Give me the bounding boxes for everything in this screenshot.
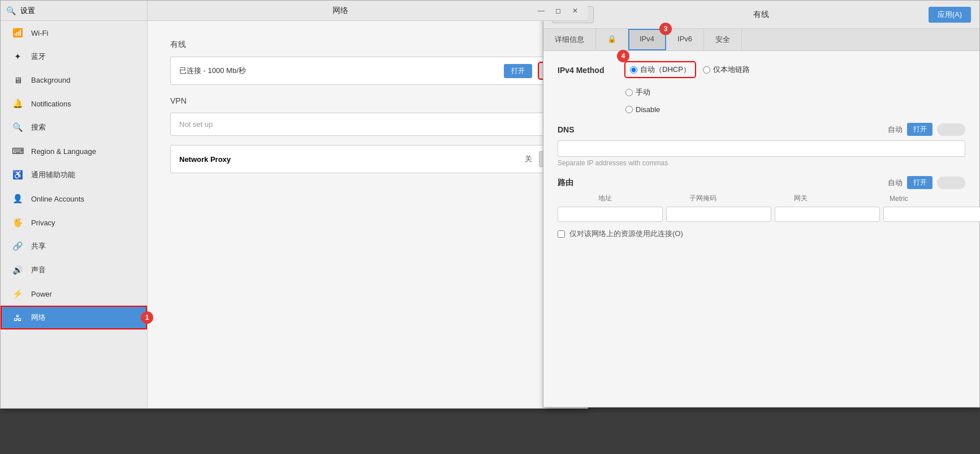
ipv4-method-row: IPv4 Method 自动（DHCP） 仅本地链路 手	[558, 62, 965, 114]
ipv4-method-label: IPv4 Method	[558, 62, 614, 75]
method-auto[interactable]: 自动（DHCP）	[625, 62, 695, 77]
local-only-row: 仅对该网络上的资源使用此连接(O)	[558, 229, 965, 239]
route-subnet-input[interactable]	[666, 207, 771, 222]
sidebar-item-label: Privacy	[31, 219, 55, 227]
tab-ipv4[interactable]: IPv4 3	[628, 29, 666, 50]
toggle-button[interactable]: 打开	[504, 64, 532, 78]
local-only-checkbox[interactable]	[558, 230, 565, 238]
network-icon: 🖧	[12, 313, 23, 323]
sidebar-item-accessibility[interactable]: ♿ 通用辅助功能	[1, 163, 147, 187]
sidebar-item-label: 搜索	[31, 122, 46, 132]
sidebar-item-online-accounts[interactable]: 👤 Online Accounts	[1, 187, 147, 211]
sidebar-item-bluetooth[interactable]: ✦ 蓝牙	[1, 45, 147, 68]
route-metric-input[interactable]	[883, 207, 980, 222]
dns-controls: 自动 打开	[888, 123, 965, 136]
wired-title: 有线	[170, 40, 186, 50]
sidebar-item-label: 蓝牙	[31, 52, 46, 62]
tab-details[interactable]: 详细信息	[543, 29, 596, 50]
tab-bar: 详细信息 🔒 IPv4 3 IPv6 安全	[543, 29, 979, 51]
route-section-header: 路由 自动 打开	[558, 176, 965, 189]
badge-4: 4	[617, 50, 629, 62]
route-address-input[interactable]	[558, 207, 663, 222]
close-button[interactable]: ✕	[567, 4, 583, 18]
sound-icon: 🔊	[12, 265, 23, 275]
tab-identity[interactable]: 🔒	[596, 29, 628, 50]
badge-1: 1	[141, 311, 153, 324]
route-label: 路由	[558, 178, 573, 188]
route-col-gateway: 网关	[754, 194, 848, 203]
route-gateway-input[interactable]	[775, 207, 880, 222]
apply-button[interactable]: 应用(A)	[929, 7, 971, 23]
sidebar-item-wifi[interactable]: 📶 Wi-Fi	[1, 21, 147, 45]
route-controls: 自动 打开	[888, 176, 965, 189]
sidebar-item-search[interactable]: 🔍 搜索	[1, 115, 147, 139]
dns-hint: Separate IP addresses with commas	[558, 159, 965, 167]
vpn-title: VPN	[170, 96, 187, 105]
proxy-status: 关	[525, 154, 532, 164]
vpn-section-header: VPN +	[170, 94, 565, 107]
sidebar-item-label: Background	[31, 76, 70, 84]
dns-header-row: DNS 自动 打开	[558, 123, 965, 136]
sidebar-item-sound[interactable]: 🔊 声音	[1, 258, 147, 282]
wired-section-header: 有线 +	[170, 38, 565, 51]
route-col-metric: Metric	[852, 195, 946, 203]
dns-section: DNS 自动 打开 Separate IP addresses with com…	[558, 123, 965, 167]
tab-ipv6[interactable]: IPv6	[666, 29, 704, 50]
method-local-radio[interactable]	[703, 66, 710, 74]
method-disable-radio[interactable]	[625, 106, 633, 113]
route-toggle[interactable]: 打开	[907, 176, 932, 189]
method-local-link[interactable]: 仅本地链路	[703, 62, 750, 77]
window-title: 网络	[148, 6, 533, 16]
route-col-subnet: 子网掩码	[655, 194, 750, 203]
sidebar-item-label: 通用辅助功能	[31, 170, 75, 180]
sidebar-item-privacy[interactable]: 🖐 Privacy	[1, 211, 147, 234]
sidebar-item-sharing[interactable]: 🔗 共享	[1, 234, 147, 258]
method-auto-radio[interactable]	[630, 66, 637, 74]
sidebar-item-power[interactable]: ⚡ Power	[1, 282, 147, 306]
accessibility-icon: ♿	[12, 170, 23, 180]
sidebar-item-notifications[interactable]: 🔔 Notifications	[1, 92, 147, 115]
dns-input[interactable]	[558, 140, 965, 157]
tab-security[interactable]: 安全	[704, 29, 742, 50]
power-icon: ⚡	[12, 289, 23, 299]
background-icon: 🖥	[12, 75, 23, 85]
sidebar-item-label: Region & Language	[31, 147, 96, 156]
proxy-row: Network Proxy 关 ⚙	[170, 145, 565, 173]
local-only-label: 仅对该网络上的资源使用此连接(O)	[569, 229, 683, 239]
sidebar-item-label: Power	[31, 290, 52, 298]
dns-toggle[interactable]: 打开	[907, 123, 932, 136]
sidebar-item-label: Online Accounts	[31, 195, 84, 203]
connection-label: 已连接 - 1000 Mb/秒	[179, 66, 497, 76]
ipv4-method-group: 自动（DHCP） 仅本地链路 手动 Disable	[625, 62, 965, 114]
app-title: 设置	[20, 6, 35, 16]
minimize-button[interactable]: —	[533, 4, 549, 18]
sidebar-item-label: 共享	[31, 241, 46, 251]
sidebar-item-region[interactable]: ⌨ Region & Language	[1, 139, 147, 163]
search-area[interactable]: 🔍 设置	[1, 1, 148, 20]
privacy-icon: 🖐	[12, 217, 23, 228]
route-col-address: 地址	[558, 194, 652, 203]
route-section: 路由 自动 打开 地址 子网掩码 网关 Metric	[558, 176, 965, 239]
sidebar-item-label: Notifications	[31, 100, 71, 108]
route-input-row: ✕	[558, 207, 965, 222]
right-panel-content: IPv4 Method 自动（DHCP） 仅本地链路 手	[543, 51, 979, 250]
sidebar-item-network[interactable]: 🖧 网络 1	[1, 306, 147, 329]
badge-3: 3	[659, 23, 672, 35]
search-icon: 🔍	[6, 6, 16, 15]
maximize-button[interactable]: ◻	[550, 4, 566, 18]
sidebar-item-background[interactable]: 🖥 Background	[1, 68, 147, 92]
method-manual-radio[interactable]	[625, 89, 633, 96]
region-icon: ⌨	[12, 146, 23, 156]
vpn-row: Not set up	[170, 113, 565, 136]
dns-label: DNS	[558, 125, 575, 134]
method-disable[interactable]: Disable	[625, 105, 660, 114]
connection-row: 已连接 - 1000 Mb/秒 打开 ⚙ 2	[170, 57, 565, 85]
bluetooth-icon: ✦	[12, 52, 23, 62]
accounts-icon: 👤	[12, 194, 23, 204]
search-icon: 🔍	[12, 122, 23, 132]
wifi-icon: 📶	[12, 28, 23, 38]
proxy-label: Network Proxy	[179, 155, 518, 164]
right-panel-title: 有线	[599, 10, 923, 20]
dns-auto-label: 自动	[888, 125, 903, 135]
method-manual[interactable]: 手动	[625, 87, 965, 97]
